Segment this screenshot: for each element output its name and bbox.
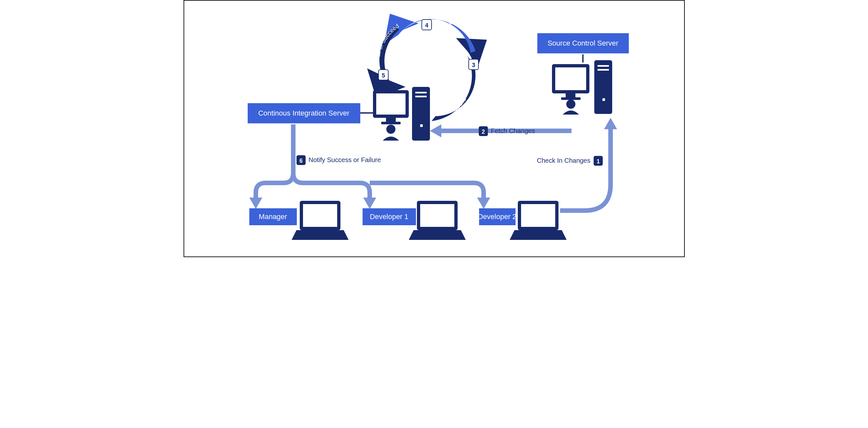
- ci-server-label: Continous Integration Server: [258, 109, 349, 118]
- laptop-dev1-icon: [409, 201, 466, 240]
- diagram-frame: 3 4 5 Build Test Fail or Succeed: [184, 0, 685, 257]
- flow-notify-label: Notify Success or Failure: [309, 156, 381, 163]
- svg-rect-22: [566, 93, 576, 97]
- flow-notify-num: 6: [299, 157, 302, 164]
- svg-rect-18: [420, 124, 423, 127]
- manager-box: Manager: [249, 208, 297, 225]
- cycle-result-num: 5: [381, 72, 385, 79]
- svg-marker-3: [363, 197, 376, 209]
- cycle-test-label: Test: [446, 21, 459, 33]
- svg-rect-14: [381, 122, 401, 124]
- dev2-label: Developer 2: [478, 213, 517, 221]
- svg-text:Test: Test: [446, 21, 459, 33]
- source-control-label: Source Control Server: [548, 39, 618, 48]
- svg-rect-27: [602, 98, 605, 101]
- svg-point-28: [566, 100, 576, 109]
- laptop-manager-icon: [291, 201, 348, 240]
- flow-fetch-num: 2: [482, 128, 485, 135]
- cycle-test-num: 4: [425, 22, 428, 29]
- svg-rect-25: [597, 65, 609, 67]
- svg-rect-33: [420, 204, 454, 227]
- ci-server-box: Continous Integration Server: [248, 103, 360, 123]
- svg-marker-2: [249, 197, 262, 209]
- svg-marker-37: [510, 230, 567, 240]
- svg-rect-13: [386, 118, 396, 122]
- svg-rect-23: [561, 97, 581, 100]
- svg-rect-26: [597, 69, 609, 71]
- svg-text:Build: Build: [454, 96, 467, 110]
- svg-rect-17: [415, 96, 427, 97]
- cycle-build-num: 3: [472, 62, 475, 68]
- dev2-box: Developer 2: [479, 208, 516, 225]
- manager-label: Manager: [259, 213, 287, 221]
- svg-rect-15: [412, 87, 430, 141]
- laptop-dev2-icon: [510, 201, 567, 240]
- svg-marker-34: [409, 230, 466, 240]
- svg-rect-16: [415, 92, 427, 93]
- dev1-box: Developer 1: [363, 208, 416, 225]
- ci-server-icon: [373, 87, 430, 141]
- cycle-build-label: Build: [454, 96, 467, 110]
- svg-marker-31: [291, 230, 348, 240]
- source-control-icon: [552, 60, 612, 115]
- svg-point-19: [386, 125, 396, 134]
- svg-marker-0: [430, 124, 441, 137]
- dev1-label: Developer 1: [370, 213, 408, 221]
- flow-checkin-label: Check In Changes: [537, 157, 590, 164]
- svg-rect-12: [376, 93, 405, 115]
- svg-rect-24: [594, 60, 612, 114]
- svg-rect-30: [303, 204, 337, 227]
- source-control-box: Source Control Server: [537, 33, 629, 53]
- svg-marker-4: [477, 197, 490, 209]
- svg-marker-1: [604, 118, 617, 129]
- svg-rect-36: [521, 204, 555, 227]
- flow-checkin-num: 1: [596, 158, 599, 165]
- flow-fetch-label: Fetch Changes: [491, 127, 535, 134]
- svg-rect-21: [555, 67, 586, 90]
